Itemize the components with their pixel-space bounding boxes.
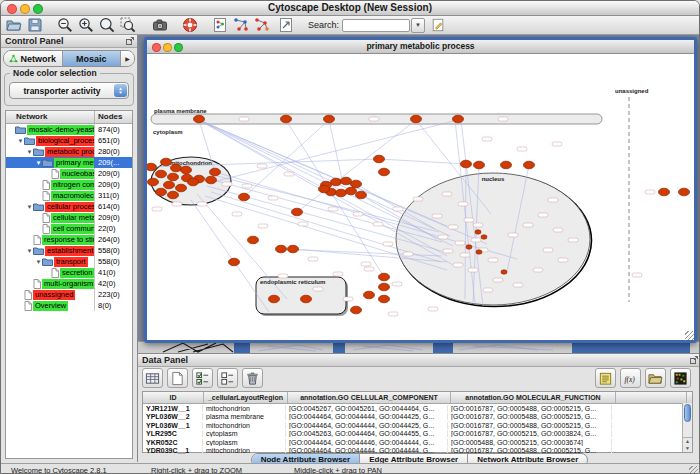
network-node[interactable] <box>229 258 240 266</box>
network-tree-row[interactable]: unassigned223(0) <box>6 289 132 300</box>
network-node[interactable] <box>411 115 422 123</box>
network-node[interactable] <box>176 184 187 192</box>
network-node[interactable] <box>351 180 362 188</box>
view-resize-grip[interactable] <box>685 331 694 340</box>
attribute-row[interactable]: YPL036W__1mitochondrion[GO:0044464, GO:0… <box>143 421 692 430</box>
attribute-row[interactable]: YKR052Ccytoplasm[GO:0044464, GO:0044446,… <box>143 438 692 447</box>
column-header[interactable]: annotation.GO MOLECULAR_FUNCTION <box>451 392 616 403</box>
network-node[interactable] <box>239 193 250 201</box>
snapshot-button[interactable] <box>152 17 168 33</box>
network-node[interactable] <box>474 161 485 169</box>
attribute-row[interactable]: YJR121W__1mitochondrion[GO:0045267, GO:0… <box>143 404 692 413</box>
expand-arrow-icon[interactable]: ▼ <box>26 204 33 210</box>
network-link-blue-button[interactable] <box>233 17 249 33</box>
column-header[interactable]: _cellularLayoutRegion <box>204 392 288 403</box>
network-node[interactable] <box>276 245 287 253</box>
network-node[interactable] <box>324 115 335 123</box>
unselect-attributes-button[interactable] <box>217 368 238 388</box>
network-node[interactable] <box>351 306 362 314</box>
network-tree-row[interactable]: ▼metabolic process280(0) <box>6 146 132 157</box>
network-node[interactable] <box>206 176 217 184</box>
network-node[interactable] <box>161 158 172 166</box>
expand-arrow-icon[interactable]: ▼ <box>26 149 33 155</box>
search-input[interactable] <box>342 19 410 32</box>
network-node[interactable] <box>453 115 464 123</box>
matrix-view-button[interactable] <box>670 368 691 388</box>
expand-arrow-icon[interactable]: ▼ <box>35 259 42 265</box>
more-tabs-button[interactable]: ▶ <box>121 51 134 66</box>
attribute-row[interactable]: YLR295Ccytoplasm[GO:0045263, GO:0044464,… <box>143 430 692 439</box>
import-table-button[interactable] <box>645 368 666 388</box>
network-tree-row[interactable]: ▼transport558(0) <box>6 256 132 267</box>
network-node[interactable] <box>164 181 175 189</box>
network-node[interactable] <box>659 188 670 196</box>
network-tree-row[interactable]: ▼establishment of lo558(0) <box>6 245 132 256</box>
notepad-button[interactable] <box>595 368 616 388</box>
open-file-button[interactable] <box>6 17 22 33</box>
scrollbar-arrows[interactable]: ▲▼ <box>683 437 692 452</box>
network-node[interactable] <box>461 160 472 168</box>
network-node[interactable] <box>210 168 221 176</box>
network-node[interactable] <box>346 187 357 195</box>
float-panel-icon[interactable] <box>690 356 698 364</box>
network-node-small[interactable] <box>466 245 472 249</box>
network-tree-row[interactable]: response to stimul264(0) <box>6 234 132 245</box>
network-node[interactable] <box>181 166 192 174</box>
network-tree-row[interactable]: Overview8(0) <box>6 300 132 311</box>
network-tree-row[interactable]: cell communicat22(0) <box>6 223 132 234</box>
network-node-small[interactable] <box>476 250 482 254</box>
tab-mosaic[interactable]: Mosaic <box>63 51 122 66</box>
network-node[interactable] <box>269 295 280 303</box>
column-header[interactable]: annotation.GO CELLULAR_COMPONENT <box>288 392 451 403</box>
zoom-fit-button[interactable] <box>99 17 115 33</box>
delete-attribute-button[interactable] <box>242 368 263 388</box>
network-node[interactable] <box>379 273 390 281</box>
network-node[interactable] <box>524 161 535 169</box>
network-node[interactable] <box>148 178 159 186</box>
scrollbar-thumb[interactable] <box>684 404 691 422</box>
network-node[interactable] <box>168 191 179 199</box>
network-tree-row[interactable]: nitrogen compo209(0) <box>6 179 132 190</box>
network-node[interactable] <box>301 295 312 303</box>
network-node[interactable] <box>374 155 385 163</box>
expand-arrow-icon[interactable]: ▼ <box>26 248 33 254</box>
float-panel-icon[interactable] <box>126 37 134 45</box>
network-view-window[interactable]: primary metabolic process plasma membran… <box>144 37 697 343</box>
select-attributes-button[interactable] <box>192 368 213 388</box>
network-node[interactable] <box>147 163 157 171</box>
network-node[interactable] <box>281 115 292 123</box>
network-tree-row[interactable]: cellular metabo209(0) <box>6 212 132 223</box>
network-node[interactable] <box>248 236 259 244</box>
zoom-in-button[interactable] <box>78 17 94 33</box>
search-dropdown-button[interactable]: ▼ <box>411 18 425 33</box>
network-node[interactable] <box>364 291 375 299</box>
zoom-selected-button[interactable] <box>120 17 136 33</box>
network-node[interactable] <box>319 185 330 193</box>
network-node[interactable] <box>168 173 179 181</box>
zoom-out-button[interactable] <box>57 17 73 33</box>
network-node[interactable] <box>156 170 167 178</box>
annotation-page-button[interactable] <box>278 17 294 33</box>
network-node[interactable] <box>379 295 390 303</box>
expand-arrow-icon[interactable]: ▼ <box>35 160 42 166</box>
node-color-dropdown[interactable]: transporter activity ▲▼ <box>9 82 129 99</box>
network-tree-row[interactable]: ▼cellular process614(0) <box>6 201 132 212</box>
network-node[interactable] <box>292 208 303 216</box>
network-tree-row[interactable]: multi-organism pro42(0) <box>6 278 132 289</box>
network-node[interactable] <box>188 178 199 186</box>
network-link-red-button[interactable] <box>254 17 270 33</box>
network-node[interactable] <box>288 245 299 253</box>
network-node-small[interactable] <box>475 230 481 234</box>
tab-network[interactable]: Network <box>4 51 63 66</box>
network-node[interactable] <box>356 191 367 199</box>
network-tree-row[interactable]: ▼biological_process651(0) <box>6 135 132 146</box>
attribute-table-button[interactable] <box>142 368 163 388</box>
save-button[interactable] <box>27 17 43 33</box>
network-window-titlebar[interactable]: primary metabolic process <box>147 40 694 54</box>
column-header[interactable]: ID <box>143 392 204 403</box>
network-tree-row[interactable]: ▼primary metabo209(... <box>6 157 132 168</box>
attribute-row[interactable]: YPL036W__2plasma membrane[GO:0044464, GO… <box>143 413 692 422</box>
search-options-icon[interactable] <box>431 18 445 32</box>
table-scrollbar[interactable]: ▲▼ <box>682 403 692 452</box>
network-tree-row[interactable]: macromolecule311(0) <box>6 190 132 201</box>
